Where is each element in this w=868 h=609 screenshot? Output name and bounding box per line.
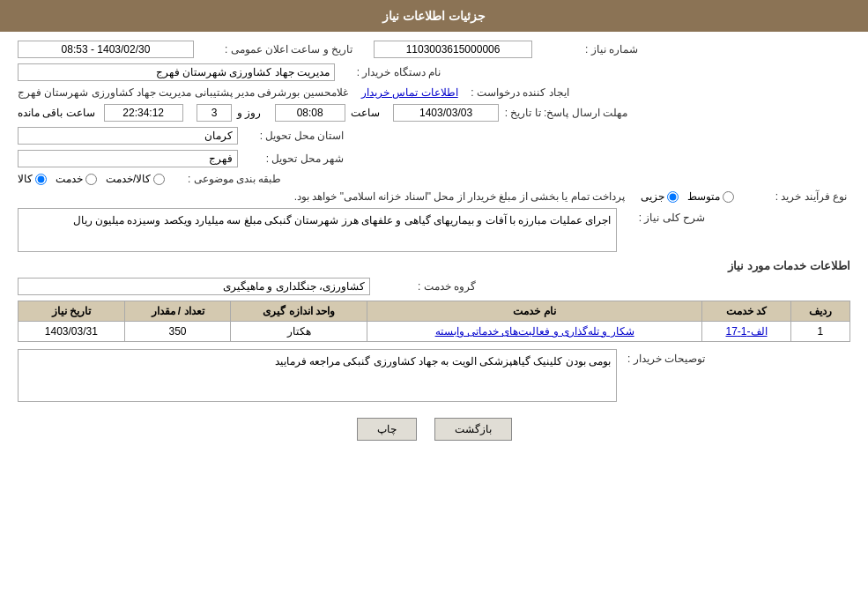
services-table: ردیف کد خدمت نام خدمت واحد اندازه گیری ت… [18, 301, 850, 342]
radio-kala-khedmat[interactable] [153, 174, 165, 185]
radio-motavaset-label: متوسط [687, 190, 720, 203]
buyer-desc-row: توصیحات خریدار : بومی بودن کلینیک گیاهپز… [18, 349, 850, 402]
radio-khedmat[interactable] [85, 174, 97, 185]
mohlat-label: مهلت ارسال پاسخ: تا تاریخ : [504, 107, 627, 119]
radio-jazii-item: جزیی [641, 190, 679, 203]
buyer-desc-value: بومی بودن کلینیک گیاهپزشکی الویت به جهاد… [18, 349, 617, 402]
radio-motavaset-item: متوسط [687, 190, 734, 203]
shahr-label: شهر محل تحویل : [238, 152, 344, 165]
grooh-value: کشاورزی، جنگلداری و ماهیگیری [18, 278, 370, 295]
radio-kala-khedmat-item: کالا/خدمت [106, 173, 165, 185]
back-button[interactable]: بازگشت [434, 418, 512, 441]
namdastgah-value: مدیریت جهاد کشاورزی شهرستان فهرج [18, 63, 335, 81]
noe-farayand-row: نوع فرآیند خرید : متوسط جزیی پرداخت تمام… [18, 190, 850, 203]
buyer-desc-label: توصیحات خریدار : [617, 353, 705, 365]
shahr-value: فهرج [18, 150, 238, 167]
shomare-niaz-value: 1103003615000006 [374, 41, 532, 58]
tarikh-value: 1403/02/30 - 08:53 [18, 41, 194, 58]
ijadkonande-value: غلامحسین بورشرفی مدیر پشتیبانی مدیریت جه… [18, 86, 348, 99]
ijadkonande-label: ایجاد کننده درخواست : [464, 86, 569, 99]
saat-value: 08:08 [275, 104, 345, 122]
mohlat-row: مهلت ارسال پاسخ: تا تاریخ : 1403/03/03 س… [18, 104, 850, 122]
namdastgah-label: نام دستگاه خریدار : [335, 66, 441, 78]
table-row: 1 الف-1-17 شکار و تله‌گذاری و فعالیت‌های… [19, 322, 850, 342]
print-button[interactable]: چاپ [357, 418, 417, 441]
page-header: جزئیات اطلاعات نیاز [0, 0, 868, 32]
shomare-niaz-label: شماره نیاز : [532, 43, 638, 56]
td-count: 350 [124, 322, 231, 342]
baghimande-value: 22:34:12 [104, 104, 183, 122]
td-name[interactable]: شکار و تله‌گذاری و فعالیت‌های خدماتی واب… [367, 322, 702, 342]
sharh-label: شرح کلی نیاز : [617, 212, 705, 224]
rooz-label: روز و [237, 107, 261, 119]
ostan-row: استان محل تحویل : کرمان [18, 127, 850, 145]
footer-buttons: بازگشت چاپ [18, 409, 850, 453]
grooh-label: گروه خدمت : [370, 280, 476, 293]
radio-kala[interactable] [35, 174, 47, 185]
namdastgah-row: نام دستگاه خریدار : مدیریت جهاد کشاورزی … [18, 63, 850, 81]
contact-link[interactable]: اطلاعات تماس خریدار [361, 86, 458, 99]
td-code[interactable]: الف-1-17 [702, 322, 790, 342]
page-title: جزئیات اطلاعات نیاز [382, 9, 486, 23]
khadamat-title: اطلاعات خدمات مورد نیاز [18, 259, 850, 272]
tabaqe-label: طبقه بندی موضوعی : [175, 173, 281, 185]
ijadkonande-row: ایجاد کننده درخواست : اطلاعات تماس خریدا… [18, 86, 850, 99]
radio-kala-khedmat-label: کالا/خدمت [106, 173, 151, 185]
mohlat-date: 1403/03/03 [393, 104, 499, 122]
tabaqe-row: طبقه بندی موضوعی : کالا/خدمت خدمت کالا [18, 173, 850, 185]
sharh-value: اجرای عملیات مبارزه با آفات و بیماریهای … [18, 208, 617, 252]
radio-jazii-label: جزیی [641, 190, 664, 203]
purchase-note: پرداخت تمام یا بخشی از مبلغ خریدار از مح… [18, 190, 634, 203]
radio-khedmat-item: خدمت [56, 173, 97, 185]
radio-jazii[interactable] [667, 191, 679, 203]
baghimande-label: ساعت باقی مانده [18, 107, 95, 119]
th-date: تاریخ نیاز [19, 301, 125, 322]
td-unit: هکتار [231, 322, 367, 342]
radio-khedmat-label: خدمت [56, 173, 83, 185]
rooz-value: 3 [197, 104, 232, 122]
ostan-value: کرمان [18, 127, 238, 145]
th-count: تعداد / مقدار [124, 301, 231, 322]
shahr-row: شهر محل تحویل : فهرج [18, 150, 850, 167]
radio-motavaset[interactable] [723, 191, 734, 203]
td-radif: 1 [790, 322, 849, 342]
sharh-row: شرح کلی نیاز : اجرای عملیات مبارزه با آف… [18, 208, 850, 252]
th-unit: واحد اندازه گیری [231, 301, 367, 322]
th-code: کد خدمت [702, 301, 790, 322]
shomare-niaz-row: شماره نیاز : 1103003615000006 تاریخ و سا… [18, 41, 850, 58]
grooh-row: گروه خدمت : کشاورزی، جنگلداری و ماهیگیری [18, 278, 850, 295]
tarikh-label: تاریخ و ساعت اعلان عمومی : [194, 43, 352, 56]
th-name: نام خدمت [367, 301, 702, 322]
saat-label: ساعت [351, 107, 380, 119]
radio-kala-label: کالا [18, 173, 33, 185]
radio-kala-item: کالا [18, 173, 47, 185]
noe-farayand-label: نوع فرآیند خرید : [741, 190, 847, 203]
ostan-label: استان محل تحویل : [238, 130, 344, 142]
th-radif: ردیف [790, 301, 849, 322]
td-date: 1403/03/31 [19, 322, 125, 342]
